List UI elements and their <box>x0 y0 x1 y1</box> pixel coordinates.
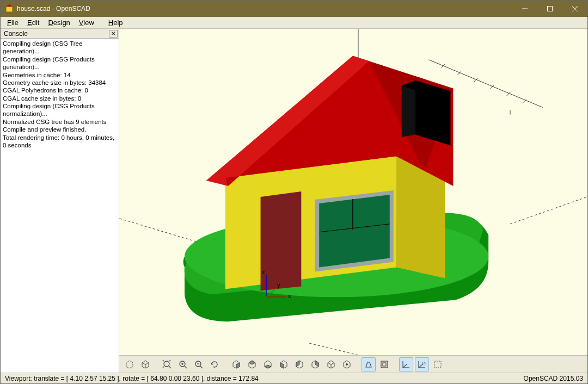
menu-file[interactable]: File <box>3 17 23 28</box>
svg-text:10: 10 <box>422 362 426 365</box>
show-crosshairs-button[interactable] <box>431 357 445 371</box>
console-close-button[interactable]: ✕ <box>109 30 118 38</box>
menu-design[interactable]: Design <box>44 17 74 28</box>
svg-line-72 <box>403 364 407 368</box>
orthogonal-button[interactable] <box>377 357 391 371</box>
view-diagonal-button[interactable] <box>324 357 338 371</box>
console-panel: Console ✕ Compiling design (CSG Tree gen… <box>1 29 119 373</box>
svg-marker-35 <box>126 361 133 368</box>
menu-bar: File Edit Design View Help <box>1 17 587 29</box>
svg-marker-52 <box>249 361 255 364</box>
status-viewport-info: Viewport: translate = [ 4.10 2.57 15.25 … <box>5 375 259 382</box>
svg-line-37 <box>142 363 145 364</box>
view-right-button[interactable] <box>229 357 243 371</box>
svg-line-43 <box>185 366 187 368</box>
main-area: Console ✕ Compiling design (CSG Tree gen… <box>1 29 587 373</box>
menu-view[interactable]: View <box>75 17 99 28</box>
render-button[interactable] <box>138 357 152 371</box>
svg-line-47 <box>200 366 203 368</box>
status-version: OpenSCAD 2015.03 <box>524 375 583 382</box>
svg-marker-50 <box>236 363 240 368</box>
svg-rect-0 <box>6 7 13 12</box>
svg-marker-56 <box>280 363 284 368</box>
menu-edit[interactable]: Edit <box>23 17 44 28</box>
svg-line-38 <box>145 363 149 364</box>
minimize-button[interactable] <box>512 1 537 17</box>
view-left-button[interactable] <box>277 357 291 371</box>
axis-y-label: y <box>277 282 280 288</box>
svg-rect-77 <box>434 361 441 368</box>
console-header: Console ✕ <box>1 29 119 39</box>
svg-marker-54 <box>265 365 271 368</box>
zoom-in-button[interactable] <box>176 357 190 371</box>
console-title: Console <box>4 30 28 38</box>
axis-gizmo: x y z <box>255 270 293 309</box>
svg-line-7 <box>510 197 587 224</box>
app-icon <box>5 4 14 13</box>
close-button[interactable] <box>562 1 587 17</box>
reset-view-button[interactable] <box>207 357 222 371</box>
svg-marker-58 <box>296 361 299 367</box>
window-controls <box>512 1 587 17</box>
view-all-button[interactable] <box>160 357 174 371</box>
svg-rect-68 <box>381 361 388 368</box>
svg-point-40 <box>164 361 169 367</box>
view-toolbar: 10 <box>119 355 587 373</box>
view-back-button[interactable] <box>308 357 322 371</box>
viewport-3d[interactable]: x y z <box>119 29 587 355</box>
model-chimney <box>402 80 451 146</box>
scene-svg <box>119 29 587 355</box>
svg-marker-1 <box>6 4 13 7</box>
svg-marker-67 <box>366 362 371 367</box>
show-scale-markers-button[interactable]: 10 <box>415 357 429 371</box>
svg-line-34 <box>266 288 276 297</box>
svg-line-11 <box>441 64 445 68</box>
svg-marker-60 <box>315 361 318 367</box>
axis-z-label: z <box>262 269 265 275</box>
svg-line-62 <box>328 363 331 364</box>
show-axes-button[interactable] <box>399 357 413 371</box>
model-window <box>315 190 394 272</box>
viewport-area: x y z 10 <box>119 29 587 373</box>
svg-rect-69 <box>383 363 386 366</box>
window-title: house.scad - OpenSCAD <box>17 5 90 13</box>
preview-button[interactable] <box>122 357 137 371</box>
console-output[interactable]: Compiling design (CSG Tree generation)..… <box>1 39 119 373</box>
maximize-button[interactable] <box>537 1 562 17</box>
perspective-button[interactable] <box>362 357 376 371</box>
zoom-out-button[interactable] <box>192 357 206 371</box>
view-center-button[interactable] <box>340 357 354 371</box>
svg-line-41 <box>169 366 171 368</box>
svg-rect-3 <box>548 7 553 11</box>
menu-help[interactable]: Help <box>104 17 127 28</box>
status-bar: Viewport: translate = [ 4.10 2.57 15.25 … <box>1 373 587 383</box>
svg-point-66 <box>346 363 348 365</box>
svg-line-63 <box>331 363 334 364</box>
svg-line-8 <box>309 343 358 355</box>
view-front-button[interactable] <box>292 357 307 371</box>
view-bottom-button[interactable] <box>261 357 275 371</box>
title-bar: house.scad - OpenSCAD <box>1 1 587 17</box>
axis-x-label: x <box>288 293 291 299</box>
view-top-button[interactable] <box>245 357 259 371</box>
